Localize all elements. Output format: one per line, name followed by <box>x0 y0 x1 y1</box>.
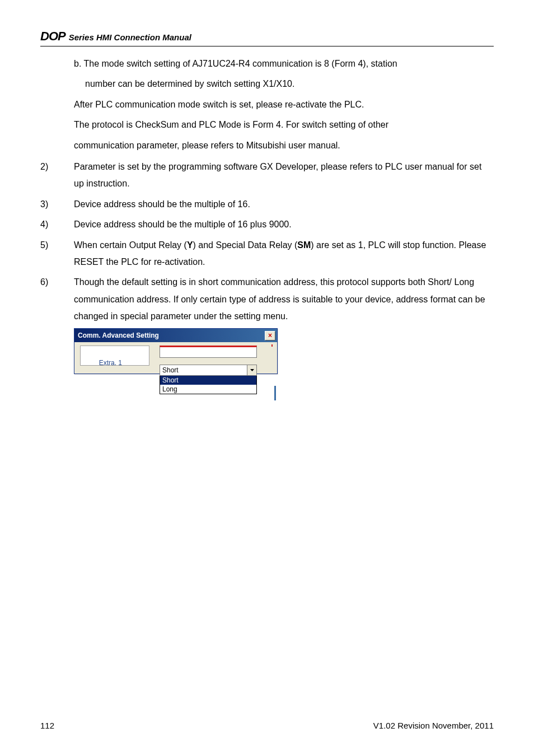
list-item-6: 6) Though the default setting is in shor… <box>40 274 494 325</box>
text-part: ) and Special Data Relay ( <box>193 240 298 250</box>
svg-marker-0 <box>250 369 254 371</box>
list-number: 2) <box>40 158 74 193</box>
list-number: 4) <box>40 216 74 233</box>
blank-field[interactable] <box>160 346 257 358</box>
close-icon: × <box>268 332 272 339</box>
list-text: Device address should be the multiple of… <box>74 216 494 233</box>
chevron-down-icon <box>250 369 254 371</box>
revision-text: V1.02 Revision November, 2011 <box>373 721 494 730</box>
text-part: When certain Output Relay ( <box>74 240 187 250</box>
combobox-value: Short <box>160 366 247 374</box>
item-b-line2: number can be determined by switch setti… <box>85 76 494 92</box>
page-footer: 112 V1.02 Revision November, 2011 <box>40 721 494 730</box>
after-b-line1: After PLC communication mode switch is s… <box>74 96 494 113</box>
comm-advanced-setting-dialog: Comm. Advanced Setting × Extra. 1 Short … <box>74 328 278 374</box>
dropdown-option-long[interactable]: Long <box>160 385 256 394</box>
list-text: When certain Output Relay (Y) and Specia… <box>74 237 494 271</box>
close-button[interactable]: × <box>265 331 275 340</box>
logo-text: DOP <box>40 29 65 44</box>
combobox-dropdown-list[interactable]: Short Long <box>160 376 257 394</box>
list-item-2: 2) Parameter is set by the programming s… <box>40 158 494 193</box>
dropdown-option-short[interactable]: Short <box>160 376 256 385</box>
list-text: Device address should be the multiple of… <box>74 196 494 213</box>
list-number: 6) <box>40 274 74 325</box>
bold-sm: SM <box>297 240 311 250</box>
list-number: 5) <box>40 237 74 271</box>
left-panel: Extra. 1 <box>80 346 149 366</box>
after-b-block: After PLC communication mode switch is s… <box>74 96 494 154</box>
after-b-line2: The protocol is CheckSum and PLC Mode is… <box>74 116 494 133</box>
bold-y: Y <box>187 240 193 250</box>
list-text: Though the default setting is in short c… <box>74 274 494 325</box>
list-item-4: 4) Device address should be the multiple… <box>40 216 494 233</box>
extra1-combobox[interactable]: Short <box>160 365 257 376</box>
extra1-label: Extra. 1 <box>83 359 127 367</box>
list-number: 3) <box>40 196 74 213</box>
after-b-line3: communication parameter, please refers t… <box>74 137 494 154</box>
field-column: Short Short Long <box>160 346 257 394</box>
combobox-dropdown-button[interactable] <box>247 365 256 375</box>
document-header: DOP Series HMI Connection Manual <box>40 29 494 46</box>
dialog-title: Comm. Advanced Setting <box>78 332 159 339</box>
panel-row-extra1: Extra. 1 <box>81 357 149 368</box>
list-item-3: 3) Device address should be the multiple… <box>40 196 494 213</box>
dialog-titlebar: Comm. Advanced Setting × <box>74 329 277 342</box>
panel-blank-row <box>81 346 149 357</box>
dialog-body: Extra. 1 Short Short Long <box>74 342 277 374</box>
list-text: Parameter is set by the programming soft… <box>74 158 494 193</box>
highlight-marker <box>271 344 273 347</box>
header-title: Series HMI Connection Manual <box>69 32 191 42</box>
scrollbar-fragment[interactable] <box>274 386 276 400</box>
item-b-line1: b. The mode switch setting of AJ71UC24-R… <box>74 55 494 72</box>
list-item-5: 5) When certain Output Relay (Y) and Spe… <box>40 237 494 271</box>
page-number: 112 <box>40 721 54 730</box>
